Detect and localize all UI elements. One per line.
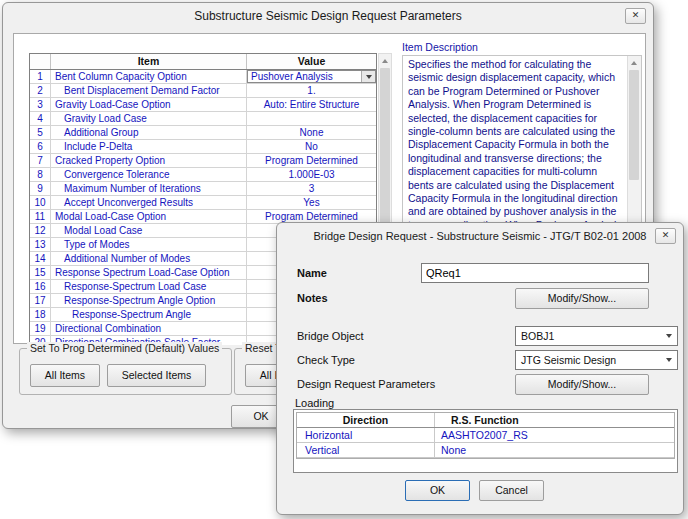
header-number-col bbox=[30, 54, 51, 69]
chevron-down-icon[interactable] bbox=[660, 327, 677, 345]
close-button[interactable]: ✕ bbox=[625, 8, 646, 24]
row-number: 14 bbox=[30, 252, 51, 265]
close-icon: ✕ bbox=[662, 230, 670, 240]
scroll-up-icon[interactable] bbox=[628, 56, 640, 69]
row-number: 4 bbox=[30, 112, 51, 125]
row-item-label: Response-Spectrum Load Case bbox=[51, 280, 247, 293]
row-number: 8 bbox=[30, 168, 51, 181]
row-item-label: Additional Group bbox=[51, 126, 247, 139]
ok-button[interactable]: OK bbox=[405, 480, 470, 501]
table-row[interactable]: 10Accept Unconverged ResultsYes bbox=[30, 196, 376, 210]
row-item-label: Response-Spectrum Angle bbox=[51, 308, 247, 321]
row-item-label: Bent Displacement Demand Factor bbox=[51, 84, 247, 97]
table-row[interactable]: 1 Bent Column Capacity Option Pushover A… bbox=[30, 70, 376, 84]
close-icon: ✕ bbox=[632, 10, 640, 20]
row-item-label: Type of Modes bbox=[51, 238, 247, 251]
loading-header-row: Direction R.S. Function bbox=[297, 413, 674, 428]
table-row[interactable]: 3Gravity Load-Case OptionAuto: Entire St… bbox=[30, 98, 376, 112]
parameters-modify-show-button[interactable]: Modify/Show... bbox=[515, 374, 649, 395]
direction-cell: Vertical bbox=[297, 443, 435, 457]
dialog-title: Substructure Seismic Design Request Para… bbox=[3, 3, 653, 30]
table-row[interactable]: 4Gravity Load Case bbox=[30, 112, 376, 126]
set-selected-items-button[interactable]: Selected Items bbox=[107, 364, 206, 387]
table-row[interactable]: 2Bent Displacement Demand Factor1. bbox=[30, 84, 376, 98]
name-label: Name bbox=[297, 267, 327, 279]
rs-function-header: R.S. Function bbox=[435, 413, 674, 427]
table-row[interactable]: 5Additional GroupNone bbox=[30, 126, 376, 140]
notes-label: Notes bbox=[297, 292, 328, 304]
row-number: 15 bbox=[30, 266, 51, 279]
row-item-label: Accept Unconverged Results bbox=[51, 196, 247, 209]
row-item-label: Additional Number of Modes bbox=[51, 252, 247, 265]
row-number: 12 bbox=[30, 224, 51, 237]
row-number: 1 bbox=[30, 70, 51, 83]
row-value[interactable]: None bbox=[247, 126, 376, 139]
loading-label: Loading bbox=[295, 397, 334, 409]
row-item-label: Maximum Number of Iterations bbox=[51, 182, 247, 195]
table-row[interactable]: 6Include P-DeltaNo bbox=[30, 140, 376, 154]
row-item-label: Modal Load-Case Option bbox=[51, 210, 247, 223]
close-button[interactable]: ✕ bbox=[655, 228, 676, 244]
row-item-label: Convergence Tolerance bbox=[51, 168, 247, 181]
bridge-design-request-dialog: Bridge Design Request - Substructure Sei… bbox=[276, 222, 684, 515]
row-item-label: Gravity Load Case bbox=[51, 112, 247, 125]
row-number: 18 bbox=[30, 308, 51, 321]
notes-modify-show-button[interactable]: Modify/Show... bbox=[515, 288, 649, 309]
row-item-label: Response-Spectrum Angle Option bbox=[51, 294, 247, 307]
table-row[interactable]: 9Maximum Number of Iterations3 bbox=[30, 182, 376, 196]
row-value[interactable]: Yes bbox=[247, 196, 376, 209]
loading-row[interactable]: Vertical None bbox=[297, 443, 674, 458]
loading-row[interactable]: Horizontal AASHTO2007_RS bbox=[297, 428, 674, 443]
chevron-down-icon[interactable] bbox=[660, 351, 677, 369]
row-value-dropdown[interactable]: Pushover Analysis bbox=[247, 70, 376, 83]
row-number: 7 bbox=[30, 154, 51, 167]
row-item-label: Cracked Property Option bbox=[51, 154, 247, 167]
scrollbar-thumb[interactable] bbox=[629, 70, 639, 180]
design-request-parameters-label: Design Request Parameters bbox=[297, 378, 435, 390]
chevron-down-icon[interactable] bbox=[361, 71, 375, 82]
name-input[interactable] bbox=[421, 263, 649, 283]
row-item-label: Response Spectrum Load-Case Option bbox=[51, 266, 247, 279]
dialog-title: Bridge Design Request - Substructure Sei… bbox=[277, 223, 683, 250]
row-number: 3 bbox=[30, 98, 51, 111]
set-all-items-button[interactable]: All Items bbox=[30, 364, 100, 387]
bridge-object-dropdown[interactable]: BOBJ1 bbox=[515, 326, 678, 346]
scroll-up-icon[interactable] bbox=[379, 54, 391, 67]
rs-function-cell[interactable]: AASHTO2007_RS bbox=[435, 428, 674, 442]
row-value[interactable] bbox=[247, 112, 376, 125]
row-number: 19 bbox=[30, 322, 51, 335]
rs-function-cell[interactable]: None bbox=[435, 443, 674, 457]
row-number: 2 bbox=[30, 84, 51, 97]
set-to-default-group-label: Set To Prog Determined (Default) Values bbox=[27, 342, 222, 354]
row-value[interactable]: Auto: Entire Structure bbox=[247, 98, 376, 111]
loading-box: Direction R.S. Function Horizontal AASHT… bbox=[293, 409, 678, 473]
row-number: 10 bbox=[30, 196, 51, 209]
loading-table: Direction R.S. Function Horizontal AASHT… bbox=[296, 412, 675, 459]
direction-cell: Horizontal bbox=[297, 428, 435, 442]
row-value[interactable]: No bbox=[247, 140, 376, 153]
item-description-label: Item Description bbox=[402, 41, 478, 53]
row-number: 16 bbox=[30, 280, 51, 293]
check-type-label: Check Type bbox=[297, 354, 355, 366]
direction-header: Direction bbox=[297, 413, 435, 427]
row-number: 9 bbox=[30, 182, 51, 195]
row-value[interactable]: 1.000E-03 bbox=[247, 168, 376, 181]
row-item-label: Include P-Delta bbox=[51, 140, 247, 153]
titlebar[interactable]: Substructure Seismic Design Request Para… bbox=[3, 3, 653, 29]
header-value: Value bbox=[247, 54, 376, 69]
row-value[interactable]: Program Determined bbox=[247, 154, 376, 167]
cancel-button[interactable]: Cancel bbox=[479, 480, 544, 501]
check-type-dropdown[interactable]: JTG Seismic Design bbox=[515, 350, 678, 370]
row-number: 17 bbox=[30, 294, 51, 307]
table-row[interactable]: 8Convergence Tolerance1.000E-03 bbox=[30, 168, 376, 182]
item-description-text: Specifies the method for calculating the… bbox=[408, 58, 623, 246]
row-item-label: Directional Combination bbox=[51, 322, 247, 335]
row-value[interactable]: 3 bbox=[247, 182, 376, 195]
row-number: 13 bbox=[30, 238, 51, 251]
bridge-object-value: BOBJ1 bbox=[516, 330, 660, 342]
row-value[interactable]: 1. bbox=[247, 84, 376, 97]
table-row[interactable]: 7Cracked Property OptionProgram Determin… bbox=[30, 154, 376, 168]
dropdown-value: Pushover Analysis bbox=[248, 71, 361, 82]
titlebar[interactable]: Bridge Design Request - Substructure Sei… bbox=[277, 223, 683, 249]
row-item-label: Modal Load Case bbox=[51, 224, 247, 237]
